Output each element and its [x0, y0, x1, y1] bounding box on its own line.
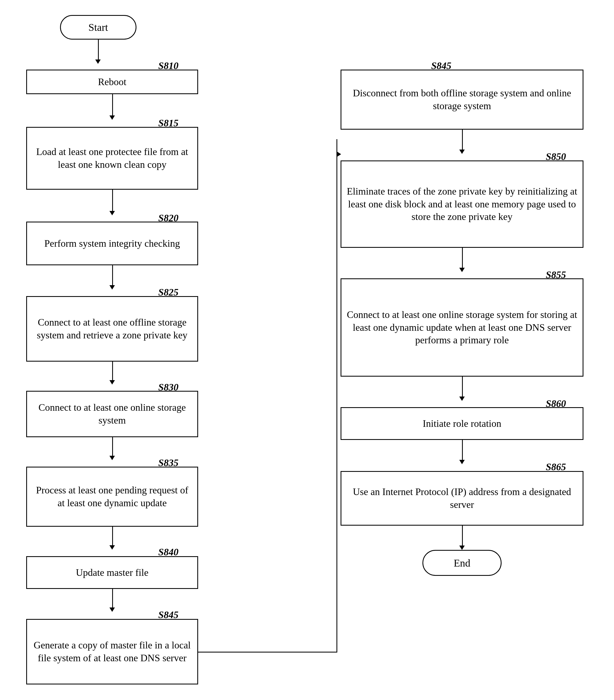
arrowhead-s860-s865: [459, 460, 465, 464]
arrow-s845-connector-v: [337, 139, 337, 652]
arrowhead-s845r-s850: [459, 150, 465, 154]
box-s845-left: Generate a copy of master file in a loca…: [26, 619, 198, 685]
arrow-s820-s825: [112, 265, 113, 287]
box-s815: Load at least one protectee file from at…: [26, 127, 198, 190]
box-s840: Update master file: [26, 556, 198, 589]
arrow-s825-s830: [112, 362, 113, 382]
box-s845-right: Disconnect from both offline storage sys…: [341, 70, 584, 130]
box-s860: Initiate role rotation: [341, 407, 584, 440]
arrowhead-s830-s835: [110, 456, 115, 460]
arrowhead-s845-right: [337, 151, 341, 157]
box-s820: Perform system integrity checking: [26, 222, 198, 265]
end-terminal: End: [423, 550, 502, 576]
start-terminal: Start: [60, 15, 136, 40]
arrow-s840-s845: [112, 589, 113, 609]
box-s830: Connect to at least one online storage s…: [26, 391, 198, 437]
box-s835: Process at least one pending request of …: [26, 467, 198, 527]
flowchart-diagram: Start S810 Reboot S815 Load at least one…: [0, 0, 614, 700]
arrow-s845-connector-h: [198, 652, 337, 652]
arrow-s865-end: [462, 526, 463, 548]
arrow-s830-s835: [112, 437, 113, 458]
box-s850: Eliminate traces of the zone private key…: [341, 161, 584, 248]
arrowhead-s835-s840: [110, 545, 115, 550]
box-s825: Connect to at least one offline storage …: [26, 296, 198, 362]
box-s865: Use an Internet Protocol (IP) address fr…: [341, 471, 584, 526]
arrow-s855-s860: [462, 377, 463, 398]
arrowhead-s865-end: [459, 546, 465, 550]
arrow-start-s810: [98, 40, 99, 61]
arrowhead-s810-s815: [110, 115, 115, 120]
arrow-s850-s855: [462, 248, 463, 270]
box-s810: Reboot: [26, 70, 198, 94]
arrowhead-s850-s855: [459, 268, 465, 272]
arrow-s810-s815: [112, 94, 113, 117]
arrowhead-s855-s860: [459, 397, 465, 401]
box-s855: Connect to at least one online storage s…: [341, 278, 584, 377]
arrow-s845r-s850: [462, 130, 463, 151]
arrowhead-s840-s845: [110, 608, 115, 612]
arrow-s835-s840: [112, 527, 113, 547]
arrowhead-s820-s825: [110, 285, 115, 289]
arrow-s815-s820: [112, 190, 113, 213]
arrowhead-s815-s820: [110, 211, 115, 215]
arrowhead-s825-s830: [110, 380, 115, 385]
arrow-s860-s865: [462, 440, 463, 462]
arrowhead-start-s810: [95, 60, 101, 64]
